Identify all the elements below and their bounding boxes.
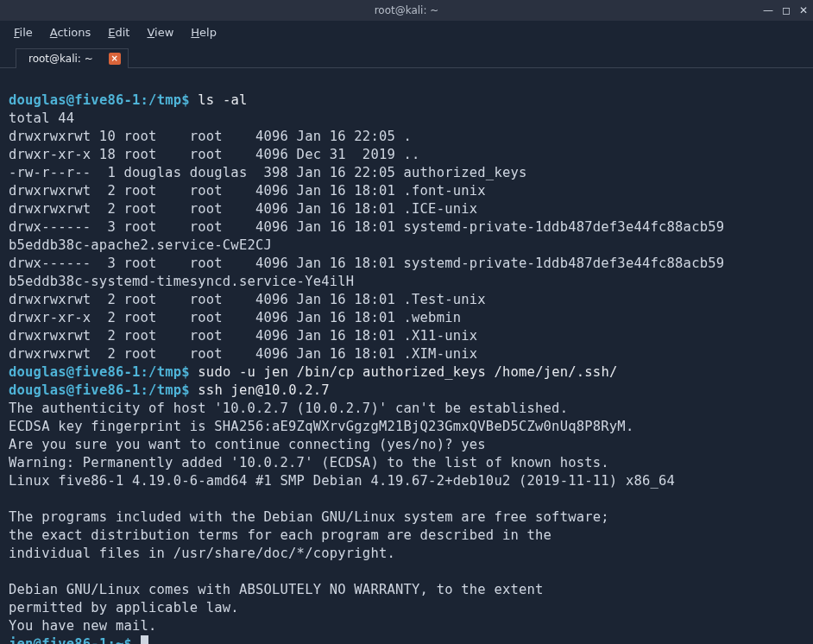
prompt-symbol: $ — [181, 364, 190, 380]
prompt-user: douglas — [9, 92, 66, 108]
terminal-tab[interactable]: root@kali: ~ × — [16, 48, 129, 68]
output-line: Are you sure you want to continue connec… — [9, 437, 486, 452]
terminal-output[interactable]: douglas@five86-1:/tmp$ ls -al total 44 d… — [0, 67, 813, 644]
window-title: root@kali: ~ — [375, 4, 439, 16]
prompt-host: five86-1 — [74, 92, 140, 108]
prompt-symbol: $ — [181, 92, 190, 108]
output-line: -rw-r--r-- 1 douglas douglas 398 Jan 16 … — [9, 165, 527, 180]
prompt-user: douglas — [9, 382, 66, 398]
output-line: drwxrwxrwt 2 root root 4096 Jan 16 18:01… — [9, 201, 477, 217]
output-line: drwx------ 3 root root 4096 Jan 16 18:01… — [9, 219, 724, 235]
output-line: total 44 — [9, 110, 74, 126]
output-line: ECDSA key fingerprint is SHA256:aE9ZqWXr… — [9, 419, 633, 434]
menu-file[interactable]: File — [7, 24, 40, 41]
output-line: Warning: Permanently added '10.0.2.7' (E… — [9, 455, 609, 470]
output-line: permitted by applicable law. — [9, 600, 239, 616]
menu-help[interactable]: Help — [184, 24, 224, 41]
prompt-symbol: $ — [181, 382, 190, 398]
window-maximize-button[interactable]: ◻ — [782, 4, 791, 16]
command-text: sudo -u jen /bin/cp authorized_keys /hom… — [198, 364, 617, 380]
output-line: the exact distribution terms for each pr… — [9, 527, 551, 543]
output-line: You have new mail. — [9, 618, 157, 634]
output-line: individual files in /usr/share/doc/*/cop… — [9, 546, 395, 561]
output-line: b5eddb38c-systemd-timesyncd.service-Ye4i… — [9, 274, 354, 289]
command-text: ls -al — [198, 92, 247, 108]
output-line: drwxrwxrwt 2 root root 4096 Jan 16 18:01… — [9, 346, 477, 362]
prompt-host: five86-1 — [74, 382, 140, 398]
output-line: b5eddb38c-apache2.service-CwE2CJ — [9, 237, 272, 253]
output-line: drwxr-xr-x 18 root root 4096 Dec 31 2019… — [9, 147, 420, 162]
tab-bar: root@kali: ~ × — [0, 43, 813, 67]
menu-actions[interactable]: Actions — [43, 24, 98, 41]
output-line: The authenticity of host '10.0.2.7 (10.0… — [9, 401, 568, 416]
output-line: drwxrwxrwt 10 root root 4096 Jan 16 22:0… — [9, 129, 412, 144]
prompt-user: douglas — [9, 364, 66, 380]
output-line: The programs included with the Debian GN… — [9, 509, 609, 525]
tab-label: root@kali: ~ — [28, 53, 93, 65]
prompt-host: five86-1 — [41, 636, 107, 644]
prompt-symbol: $ — [124, 636, 133, 644]
menu-view[interactable]: View — [140, 24, 180, 41]
output-line: drwx------ 3 root root 4096 Jan 16 18:01… — [9, 256, 724, 271]
prompt-host: five86-1 — [74, 364, 140, 380]
prompt-user: jen — [9, 636, 34, 644]
output-line: Linux five86-1 4.19.0-6-amd64 #1 SMP Deb… — [9, 473, 675, 489]
prompt-path: /tmp — [148, 364, 181, 380]
output-line: Debian GNU/Linux comes with ABSOLUTELY N… — [9, 582, 544, 597]
output-line: drwxrwxrwt 2 root root 4096 Jan 16 18:01… — [9, 183, 486, 199]
window-controls: — ◻ ✕ — [763, 0, 808, 21]
tab-close-icon[interactable]: × — [109, 53, 121, 65]
window-titlebar: root@kali: ~ — ◻ ✕ — [0, 0, 813, 21]
output-line: drwxr-xr-x 2 root root 4096 Jan 16 18:01… — [9, 310, 461, 325]
command-text: ssh jen@10.0.2.7 — [198, 382, 330, 398]
prompt-path: /tmp — [148, 92, 181, 108]
window-close-button[interactable]: ✕ — [799, 4, 808, 16]
output-line: drwxrwxrwt 2 root root 4096 Jan 16 18:01… — [9, 328, 477, 344]
output-line: drwxrwxrwt 2 root root 4096 Jan 16 18:01… — [9, 292, 486, 307]
window-minimize-button[interactable]: — — [763, 4, 773, 16]
menu-edit[interactable]: Edit — [101, 24, 136, 41]
terminal-cursor — [141, 635, 148, 644]
prompt-path: ~ — [116, 636, 124, 644]
menubar: File Actions Edit View Help — [0, 21, 813, 43]
prompt-path: /tmp — [148, 382, 181, 398]
